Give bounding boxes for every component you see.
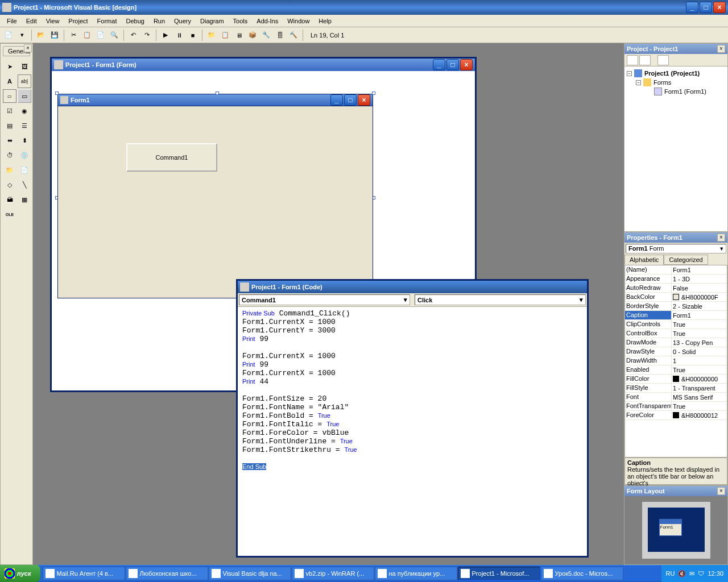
- run-button[interactable]: ▶: [159, 29, 172, 41]
- command1-button[interactable]: Command1: [126, 143, 217, 172]
- menu-help[interactable]: Help: [314, 16, 336, 26]
- copy-button[interactable]: 📋: [81, 29, 93, 41]
- dirlistbox-tool[interactable]: 📁: [3, 163, 16, 177]
- tray-icon[interactable]: 🔇: [678, 570, 686, 577]
- view-object-button[interactable]: [639, 55, 651, 65]
- property-row[interactable]: DrawMode13 - Copy Pen: [625, 338, 727, 347]
- layout-close-button[interactable]: ×: [717, 487, 725, 495]
- menu-format[interactable]: Format: [93, 16, 122, 26]
- menu-add-ins[interactable]: Add-Ins: [252, 16, 283, 26]
- undo-button[interactable]: ↶: [127, 29, 139, 41]
- open-button[interactable]: 📂: [35, 29, 47, 41]
- mini-form[interactable]: Form1: [659, 519, 682, 536]
- vscrollbar-tool[interactable]: ⬍: [18, 134, 31, 147]
- line-tool[interactable]: ╲: [18, 178, 31, 192]
- optionbutton-tool[interactable]: ◉: [18, 104, 31, 118]
- form-close-button[interactable]: ×: [358, 94, 370, 106]
- menu-query[interactable]: Query: [169, 16, 196, 26]
- menu-diagram[interactable]: Diagram: [196, 16, 229, 26]
- property-row[interactable]: CaptionForm1: [625, 311, 727, 320]
- menu-view[interactable]: View: [42, 16, 64, 26]
- tree-root[interactable]: Project1 (Project1): [644, 70, 700, 77]
- taskbar-item[interactable]: Любохонская шко...: [126, 567, 208, 580]
- dropdown-icon[interactable]: ▾: [16, 29, 28, 41]
- menu-edit[interactable]: Edit: [22, 16, 42, 26]
- tree-folder[interactable]: Forms: [653, 79, 671, 86]
- project-tree[interactable]: −Project1 (Project1) −Forms Form1 (Form1…: [624, 66, 727, 231]
- property-row[interactable]: EnabledTrue: [625, 365, 727, 375]
- object-dropdown[interactable]: Form1 Form▾: [626, 244, 726, 253]
- property-row[interactable]: FillStyle1 - Transparent: [625, 384, 727, 393]
- menu-run[interactable]: Run: [149, 16, 169, 26]
- menu-project[interactable]: Project: [64, 16, 92, 26]
- taskbar-item[interactable]: Урок5.doc - Micros...: [541, 567, 623, 580]
- properties-grid[interactable]: (Name)Form1Appearance1 - 3DAutoRedrawFal…: [624, 265, 727, 458]
- data-view-button[interactable]: 🗄: [274, 29, 286, 41]
- maximize-button[interactable]: □: [700, 2, 712, 13]
- textbox-tool[interactable]: ab|: [18, 74, 31, 88]
- taskbar-item[interactable]: Visual Basic dlja na...: [209, 567, 291, 580]
- toolbox-button[interactable]: 🔧: [260, 29, 272, 41]
- property-row[interactable]: ClipControlsTrue: [625, 320, 727, 329]
- project-close-button[interactable]: ×: [717, 45, 725, 53]
- cut-button[interactable]: ✂: [67, 29, 80, 41]
- filelistbox-tool[interactable]: 📄: [18, 163, 31, 177]
- add-project-button[interactable]: 📄: [2, 29, 15, 41]
- object-selector[interactable]: Command1▾: [239, 294, 410, 305]
- property-row[interactable]: BorderStyle2 - Sizable: [625, 302, 727, 311]
- menu-debug[interactable]: Debug: [121, 16, 148, 26]
- object-browser-button[interactable]: 📦: [246, 29, 259, 41]
- property-row[interactable]: FillColor&H00000000: [625, 375, 727, 384]
- property-row[interactable]: FontMS Sans Serif: [625, 393, 727, 402]
- property-row[interactable]: DrawWidth1: [625, 356, 727, 365]
- designer-close-button[interactable]: ×: [460, 59, 473, 70]
- minimize-button[interactable]: _: [686, 2, 698, 13]
- tray-icon[interactable]: 🛡: [698, 570, 704, 577]
- form-minimize-button[interactable]: _: [330, 94, 343, 106]
- pointer-tool[interactable]: ➤: [3, 60, 16, 73]
- property-row[interactable]: DrawStyle0 - Solid: [625, 347, 727, 356]
- data-tool[interactable]: ▦: [18, 193, 31, 206]
- stop-button[interactable]: ■: [187, 29, 199, 41]
- collapse-icon[interactable]: −: [627, 71, 632, 76]
- toolbox-close-button[interactable]: ×: [24, 44, 32, 52]
- form-layout-button[interactable]: 🖥: [233, 29, 245, 41]
- taskbar-item[interactable]: Project1 - Microsof...: [458, 567, 540, 580]
- menu-tools[interactable]: Tools: [229, 16, 253, 26]
- menu-file[interactable]: File: [2, 16, 22, 26]
- property-row[interactable]: BackColor&H8000000F: [625, 293, 727, 302]
- property-row[interactable]: ControlBoxTrue: [625, 329, 727, 338]
- tree-item-form1[interactable]: Form1 (Form1): [664, 88, 706, 95]
- tray-icon[interactable]: ✉: [689, 570, 694, 577]
- code-editor[interactable]: Private Sub Command1_Click() Form1.Curre…: [238, 307, 587, 473]
- tab-categorized[interactable]: Categorized: [664, 255, 708, 265]
- form-maximize-button[interactable]: □: [344, 94, 357, 106]
- redo-button[interactable]: ↷: [140, 29, 153, 41]
- save-button[interactable]: 💾: [48, 29, 61, 41]
- project-explorer-button[interactable]: 📁: [205, 29, 218, 41]
- clock[interactable]: 12:30: [708, 570, 723, 577]
- property-row[interactable]: Appearance1 - 3D: [625, 275, 727, 284]
- property-row[interactable]: ForeColor&H80000012: [625, 411, 727, 420]
- taskbar-item[interactable]: vb2.zip - WinRAR (...: [292, 567, 374, 580]
- menu-window[interactable]: Window: [283, 16, 314, 26]
- toggle-folders-button[interactable]: [657, 55, 669, 65]
- system-tray[interactable]: RU 🔇 ✉ 🛡 12:30: [661, 565, 728, 582]
- shape-tool[interactable]: ◇: [3, 178, 16, 192]
- event-selector[interactable]: Click▾: [415, 294, 586, 305]
- image-tool[interactable]: 🏔: [3, 193, 16, 206]
- property-row[interactable]: (Name)Form1: [625, 265, 727, 275]
- tab-alphabetic[interactable]: Alphabetic: [624, 255, 664, 265]
- hscrollbar-tool[interactable]: ⬌: [3, 134, 16, 147]
- designer-minimize-button[interactable]: _: [433, 59, 445, 70]
- find-button[interactable]: 🔍: [108, 29, 121, 41]
- language-indicator[interactable]: RU: [666, 570, 675, 577]
- pause-button[interactable]: ⏸: [173, 29, 185, 41]
- form-designer[interactable]: Form1 _ □ × Command1: [57, 94, 373, 298]
- code-window[interactable]: Project1 - Form1 (Code) Command1▾ Click▾…: [236, 279, 589, 558]
- monitor-preview[interactable]: Form1: [642, 502, 710, 559]
- ole-tool[interactable]: OLE: [3, 207, 16, 221]
- taskbar-item[interactable]: Mail.Ru Агент (4 в...: [43, 567, 125, 580]
- properties-close-button[interactable]: ×: [717, 234, 725, 242]
- vcm-button[interactable]: 🔨: [287, 29, 300, 41]
